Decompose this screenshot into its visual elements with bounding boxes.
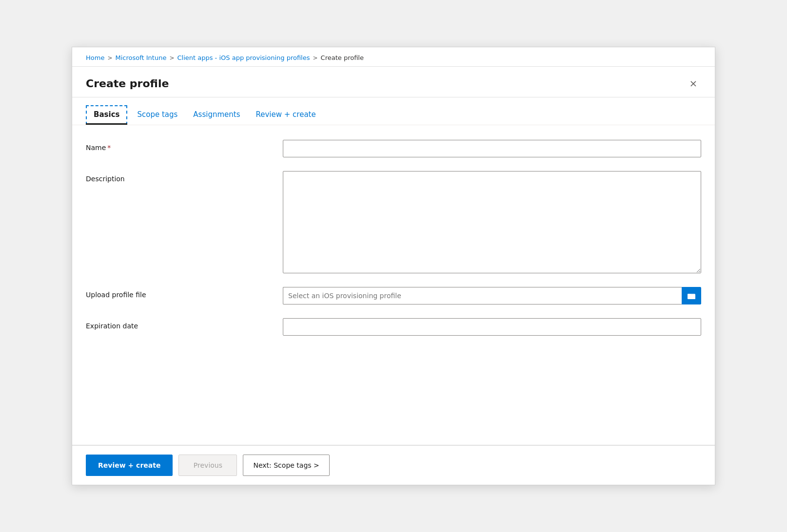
upload-button[interactable] [682, 287, 701, 304]
expiration-input[interactable] [283, 318, 701, 336]
breadcrumb: Home > Microsoft Intune > Client apps - … [72, 47, 715, 67]
description-label: Description [86, 171, 271, 183]
tab-scope-tags[interactable]: Scope tags [129, 105, 185, 125]
breadcrumb-current: Create profile [321, 54, 364, 61]
breadcrumb-sep-2: > [169, 55, 174, 61]
footer-bar: Review + create Previous Next: Scope tag… [72, 445, 715, 485]
upload-label: Upload profile file [86, 287, 271, 299]
description-input[interactable] [283, 171, 701, 273]
description-row: Description [86, 171, 701, 273]
expiration-row: Expiration date [86, 318, 701, 336]
breadcrumb-client-apps[interactable]: Client apps - iOS app provisioning profi… [177, 54, 310, 61]
tab-review-create[interactable]: Review + create [248, 105, 323, 125]
tab-basics[interactable]: Basics [86, 105, 127, 125]
panel-header: Create profile × [72, 67, 715, 97]
required-indicator: * [107, 144, 111, 152]
upload-input[interactable] [283, 287, 682, 304]
upload-control [283, 287, 701, 304]
create-profile-modal: Home > Microsoft Intune > Client apps - … [72, 47, 715, 485]
name-row: Name* [86, 140, 701, 157]
close-button[interactable]: × [686, 76, 701, 91]
upload-row: Upload profile file [86, 287, 701, 304]
panel-title: Create profile [86, 77, 169, 90]
expiration-label: Expiration date [86, 318, 271, 330]
breadcrumb-sep-1: > [107, 55, 112, 61]
name-input[interactable] [283, 140, 701, 157]
form-content: Name* Description Upload profile file [72, 125, 715, 445]
breadcrumb-sep-3: > [313, 55, 318, 61]
review-create-button[interactable]: Review + create [86, 455, 173, 476]
breadcrumb-home[interactable]: Home [86, 54, 104, 61]
tab-assignments[interactable]: Assignments [185, 105, 248, 125]
previous-button: Previous [178, 455, 237, 476]
tabs-container: Basics Scope tags Assignments Review + c… [72, 105, 715, 125]
breadcrumb-intune[interactable]: Microsoft Intune [115, 54, 166, 61]
name-label: Name* [86, 140, 271, 152]
next-button[interactable]: Next: Scope tags > [243, 455, 329, 476]
folder-icon [687, 291, 696, 300]
